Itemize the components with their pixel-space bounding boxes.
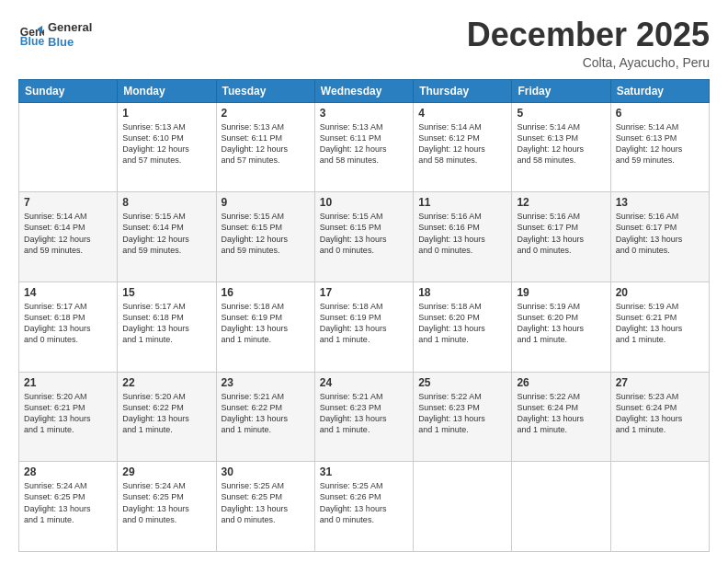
page: General Blue General Blue December 2025 … [0, 0, 728, 563]
day-info: Sunrise: 5:20 AM Sunset: 6:22 PM Dayligh… [122, 391, 210, 436]
day-info: Sunrise: 5:18 AM Sunset: 6:20 PM Dayligh… [418, 301, 506, 346]
day-info: Sunrise: 5:14 AM Sunset: 6:13 PM Dayligh… [616, 121, 704, 167]
day-info: Sunrise: 5:16 AM Sunset: 6:17 PM Dayligh… [616, 211, 704, 256]
day-info: Sunrise: 5:17 AM Sunset: 6:18 PM Dayligh… [122, 301, 210, 346]
day-number: 19 [517, 286, 605, 299]
table-row: 5Sunrise: 5:14 AM Sunset: 6:13 PM Daylig… [512, 102, 610, 192]
day-number: 25 [418, 376, 506, 389]
table-row: 26Sunrise: 5:22 AM Sunset: 6:24 PM Dayli… [512, 372, 610, 462]
table-row [512, 462, 610, 552]
day-info: Sunrise: 5:20 AM Sunset: 6:21 PM Dayligh… [24, 391, 112, 436]
day-info: Sunrise: 5:13 AM Sunset: 6:11 PM Dayligh… [320, 121, 408, 167]
day-info: Sunrise: 5:19 AM Sunset: 6:20 PM Dayligh… [517, 301, 605, 346]
header: General Blue General Blue December 2025 … [18, 17, 710, 70]
day-info: Sunrise: 5:13 AM Sunset: 6:10 PM Dayligh… [122, 121, 210, 167]
day-info: Sunrise: 5:14 AM Sunset: 6:14 PM Dayligh… [24, 211, 112, 256]
table-row: 19Sunrise: 5:19 AM Sunset: 6:20 PM Dayli… [512, 282, 610, 372]
table-row: 28Sunrise: 5:24 AM Sunset: 6:25 PM Dayli… [19, 462, 118, 552]
title-block: December 2025 Colta, Ayacucho, Peru [467, 17, 710, 70]
table-row: 1Sunrise: 5:13 AM Sunset: 6:10 PM Daylig… [118, 102, 216, 192]
day-number: 14 [24, 286, 112, 299]
table-row [19, 102, 118, 192]
day-number: 23 [222, 376, 310, 389]
day-info: Sunrise: 5:15 AM Sunset: 6:15 PM Dayligh… [222, 211, 310, 256]
day-info: Sunrise: 5:15 AM Sunset: 6:15 PM Dayligh… [320, 211, 408, 256]
day-number: 15 [122, 286, 210, 299]
day-info: Sunrise: 5:16 AM Sunset: 6:17 PM Dayligh… [517, 211, 605, 256]
day-info: Sunrise: 5:22 AM Sunset: 6:23 PM Dayligh… [418, 391, 506, 436]
day-info: Sunrise: 5:25 AM Sunset: 6:26 PM Dayligh… [320, 480, 408, 525]
day-number: 17 [320, 286, 408, 299]
logo-icon: General Blue [18, 22, 44, 48]
day-info: Sunrise: 5:24 AM Sunset: 6:25 PM Dayligh… [24, 480, 112, 525]
table-row: 30Sunrise: 5:25 AM Sunset: 6:25 PM Dayli… [216, 462, 314, 552]
day-number: 7 [24, 196, 112, 209]
table-row: 22Sunrise: 5:20 AM Sunset: 6:22 PM Dayli… [118, 372, 216, 462]
calendar-week-row: 14Sunrise: 5:17 AM Sunset: 6:18 PM Dayli… [19, 282, 710, 372]
table-row: 3Sunrise: 5:13 AM Sunset: 6:11 PM Daylig… [314, 102, 413, 192]
table-row: 21Sunrise: 5:20 AM Sunset: 6:21 PM Dayli… [19, 372, 118, 462]
day-number: 27 [616, 376, 704, 389]
table-row: 14Sunrise: 5:17 AM Sunset: 6:18 PM Dayli… [19, 282, 118, 372]
day-number: 30 [222, 465, 310, 478]
day-info: Sunrise: 5:14 AM Sunset: 6:12 PM Dayligh… [418, 121, 506, 167]
table-row: 2Sunrise: 5:13 AM Sunset: 6:11 PM Daylig… [216, 102, 314, 192]
table-row: 10Sunrise: 5:15 AM Sunset: 6:15 PM Dayli… [314, 192, 413, 282]
table-row: 24Sunrise: 5:21 AM Sunset: 6:23 PM Dayli… [314, 372, 413, 462]
day-number: 2 [222, 107, 310, 120]
day-info: Sunrise: 5:25 AM Sunset: 6:25 PM Dayligh… [222, 480, 310, 525]
day-number: 24 [320, 376, 408, 389]
table-row: 9Sunrise: 5:15 AM Sunset: 6:15 PM Daylig… [216, 192, 314, 282]
day-number: 20 [616, 286, 704, 299]
table-row: 16Sunrise: 5:18 AM Sunset: 6:19 PM Dayli… [216, 282, 314, 372]
table-row: 12Sunrise: 5:16 AM Sunset: 6:17 PM Dayli… [512, 192, 610, 282]
day-info: Sunrise: 5:18 AM Sunset: 6:19 PM Dayligh… [222, 301, 310, 346]
table-row: 6Sunrise: 5:14 AM Sunset: 6:13 PM Daylig… [610, 102, 709, 192]
col-thursday: Thursday [414, 79, 512, 102]
day-info: Sunrise: 5:22 AM Sunset: 6:24 PM Dayligh… [517, 391, 605, 436]
day-info: Sunrise: 5:19 AM Sunset: 6:21 PM Dayligh… [616, 301, 704, 346]
table-row: 4Sunrise: 5:14 AM Sunset: 6:12 PM Daylig… [414, 102, 512, 192]
table-row: 31Sunrise: 5:25 AM Sunset: 6:26 PM Dayli… [314, 462, 413, 552]
day-info: Sunrise: 5:18 AM Sunset: 6:19 PM Dayligh… [320, 301, 408, 346]
table-row: 13Sunrise: 5:16 AM Sunset: 6:17 PM Dayli… [610, 192, 709, 282]
logo: General Blue General Blue [18, 20, 92, 49]
table-row: 25Sunrise: 5:22 AM Sunset: 6:23 PM Dayli… [414, 372, 512, 462]
day-number: 12 [517, 196, 605, 209]
day-number: 28 [24, 465, 112, 478]
table-row: 15Sunrise: 5:17 AM Sunset: 6:18 PM Dayli… [118, 282, 216, 372]
day-info: Sunrise: 5:24 AM Sunset: 6:25 PM Dayligh… [122, 480, 210, 525]
logo-line2: Blue [48, 35, 92, 50]
day-number: 31 [320, 465, 408, 478]
day-number: 13 [616, 196, 704, 209]
day-number: 29 [122, 465, 210, 478]
table-row: 8Sunrise: 5:15 AM Sunset: 6:14 PM Daylig… [118, 192, 216, 282]
col-tuesday: Tuesday [216, 79, 314, 102]
day-number: 11 [418, 196, 506, 209]
table-row: 17Sunrise: 5:18 AM Sunset: 6:19 PM Dayli… [314, 282, 413, 372]
day-number: 26 [517, 376, 605, 389]
day-info: Sunrise: 5:17 AM Sunset: 6:18 PM Dayligh… [24, 301, 112, 346]
day-info: Sunrise: 5:16 AM Sunset: 6:16 PM Dayligh… [418, 211, 506, 256]
day-info: Sunrise: 5:23 AM Sunset: 6:24 PM Dayligh… [616, 391, 704, 436]
svg-text:Blue: Blue [20, 35, 44, 48]
day-number: 1 [122, 107, 210, 120]
day-info: Sunrise: 5:21 AM Sunset: 6:22 PM Dayligh… [222, 391, 310, 436]
day-number: 21 [24, 376, 112, 389]
day-number: 16 [222, 286, 310, 299]
col-saturday: Saturday [610, 79, 709, 102]
day-number: 4 [418, 107, 506, 120]
table-row: 11Sunrise: 5:16 AM Sunset: 6:16 PM Dayli… [414, 192, 512, 282]
calendar-header-row: Sunday Monday Tuesday Wednesday Thursday… [19, 79, 710, 102]
table-row: 7Sunrise: 5:14 AM Sunset: 6:14 PM Daylig… [19, 192, 118, 282]
calendar-table: Sunday Monday Tuesday Wednesday Thursday… [18, 79, 710, 552]
table-row: 29Sunrise: 5:24 AM Sunset: 6:25 PM Dayli… [118, 462, 216, 552]
table-row [610, 462, 709, 552]
calendar-week-row: 1Sunrise: 5:13 AM Sunset: 6:10 PM Daylig… [19, 102, 710, 192]
col-sunday: Sunday [19, 79, 118, 102]
day-number: 6 [616, 107, 704, 120]
day-number: 22 [122, 376, 210, 389]
table-row: 27Sunrise: 5:23 AM Sunset: 6:24 PM Dayli… [610, 372, 709, 462]
day-number: 10 [320, 196, 408, 209]
day-number: 18 [418, 286, 506, 299]
